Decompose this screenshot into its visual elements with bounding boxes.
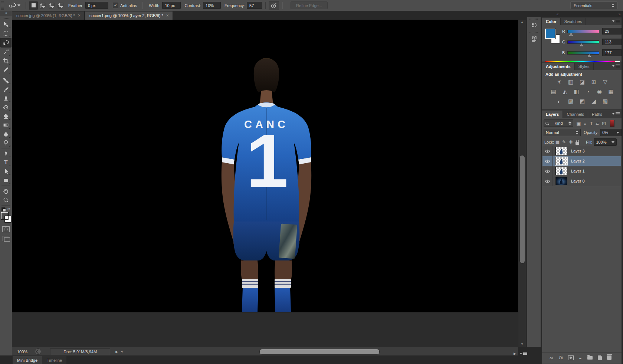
layer-thumbnail[interactable] <box>555 147 567 155</box>
refine-edge-button[interactable]: Refine Edge... <box>291 1 328 9</box>
layer-thumbnail[interactable] <box>555 177 567 185</box>
threshold-icon[interactable]: ◩ <box>578 98 586 105</box>
panel-expand-icon[interactable]: ▶ <box>514 352 516 355</box>
visibility-toggle[interactable] <box>542 176 553 186</box>
filter-shape-layers-icon[interactable]: ▱ <box>594 120 601 127</box>
color-balance-icon[interactable]: ◭ <box>561 88 569 95</box>
levels-icon[interactable]: ▥ <box>567 79 575 85</box>
red-slider-thumb[interactable] <box>569 33 573 36</box>
dodge-tool[interactable] <box>1 138 11 147</box>
zoom-tool[interactable] <box>1 196 11 204</box>
rectangle-shape-tool[interactable] <box>1 176 11 185</box>
blend-mode-select[interactable]: Normal <box>544 129 581 136</box>
document-tab-soccer-jpg[interactable]: soccer.jpg @ 200% (1, RGB/8) * × <box>12 12 85 20</box>
brush-tool[interactable] <box>1 85 11 94</box>
tab-adjustments[interactable]: Adjustments <box>542 63 575 70</box>
rectangular-marquee-tool[interactable] <box>1 29 11 38</box>
expand-panels-icon[interactable]: » <box>618 12 620 16</box>
foreground-color-swatch[interactable] <box>545 29 555 39</box>
photo-filter-icon[interactable]: ◔ <box>584 88 592 95</box>
red-channel-slider[interactable] <box>567 30 599 33</box>
panel-menu-icon[interactable] <box>520 352 527 355</box>
color-lookup-icon[interactable]: ▦ <box>607 88 615 95</box>
green-slider-thumb[interactable] <box>580 43 583 46</box>
intersect-selection-button[interactable] <box>56 1 65 10</box>
pen-tool[interactable] <box>1 149 11 158</box>
layer-thumbnail[interactable] <box>555 167 567 175</box>
lock-transparency-icon[interactable]: ▦ <box>554 139 561 145</box>
tab-channels[interactable]: Channels <box>563 111 588 118</box>
hue-saturation-icon[interactable]: ▤ <box>550 88 558 95</box>
tab-swatches[interactable]: Swatches <box>561 18 586 25</box>
blue-channel-value[interactable]: 177 <box>602 49 622 56</box>
fill-value-dropdown[interactable]: 100% <box>594 138 617 146</box>
tool-preset-picker[interactable] <box>7 1 23 10</box>
horizontal-scrollbar[interactable]: ◄ <box>120 347 518 356</box>
lock-position-icon[interactable]: ✚ <box>567 139 574 145</box>
curves-icon[interactable]: ◪ <box>578 79 586 85</box>
layer-filter-kind-select[interactable]: Kind <box>544 119 573 127</box>
color-panel-menu-icon[interactable] <box>612 20 620 23</box>
contrast-input[interactable]: 10% <box>203 2 221 9</box>
black-white-icon[interactable]: ◧ <box>573 88 581 95</box>
red-channel-value[interactable]: 29 <box>602 28 622 35</box>
filter-pixel-layers-icon[interactable]: ▣ <box>576 120 582 127</box>
quick-mask-button[interactable] <box>2 226 10 232</box>
opacity-value-dropdown[interactable]: 0% <box>600 129 622 136</box>
channel-mixer-icon[interactable]: ◉ <box>596 88 604 95</box>
tab-timeline[interactable]: Timeline <box>42 356 66 364</box>
exposure-icon[interactable]: ⊞ <box>590 79 598 85</box>
layer-filter-toggle[interactable] <box>610 120 614 127</box>
blue-channel-slider[interactable] <box>567 51 599 55</box>
new-layer-icon[interactable] <box>595 355 604 360</box>
clone-stamp-tool[interactable] <box>1 94 11 103</box>
history-brush-tool[interactable] <box>1 103 11 112</box>
visibility-toggle[interactable] <box>542 146 553 156</box>
layer-thumbnail[interactable] <box>555 157 567 165</box>
history-panel-icon[interactable] <box>529 21 539 30</box>
new-adjustment-layer-icon[interactable]: ◒ <box>576 355 585 361</box>
new-group-icon[interactable] <box>585 356 595 360</box>
adjustments-panel-menu-icon[interactable] <box>612 65 620 68</box>
collapse-panels-icon[interactable]: « <box>557 12 558 16</box>
vertical-scrollbar-thumb[interactable] <box>519 155 525 263</box>
vibrance-icon[interactable]: ▽ <box>601 79 609 85</box>
pasteboard[interactable] <box>12 312 518 347</box>
horizontal-scrollbar-thumb[interactable] <box>259 349 380 355</box>
layer-style-fx-icon[interactable]: fx <box>556 355 566 360</box>
lock-all-icon[interactable] <box>574 139 581 145</box>
visibility-toggle[interactable] <box>542 156 553 166</box>
scroll-down-icon[interactable]: ▼ <box>518 342 526 347</box>
feather-input[interactable]: 0 px <box>85 2 108 9</box>
layer-row-layer1[interactable]: Layer 1 <box>542 166 621 176</box>
crop-tool[interactable] <box>1 56 11 65</box>
anti-alias-checkbox[interactable]: ✓ <box>113 3 118 8</box>
layer-row-layer0[interactable]: Layer 0 <box>542 176 621 186</box>
green-channel-value[interactable]: 113 <box>602 39 622 45</box>
tab-mini-bridge[interactable]: Mini Bridge <box>13 356 42 364</box>
scroll-up-icon[interactable]: ▲ <box>518 20 526 25</box>
document-size-info[interactable]: Doc: 5,91M/8,94M <box>50 348 110 355</box>
tab-color[interactable]: Color <box>542 18 561 25</box>
add-layer-mask-icon[interactable] <box>566 355 576 360</box>
pen-pressure-button[interactable] <box>269 1 279 10</box>
link-layers-icon[interactable]: ∞ <box>547 355 556 361</box>
default-colors-icon[interactable] <box>1 207 5 211</box>
swap-colors-icon[interactable]: ⇄ <box>7 207 10 211</box>
move-tool[interactable] <box>1 20 11 29</box>
gradient-tool[interactable] <box>1 121 11 129</box>
properties-panel-icon[interactable] <box>529 34 539 44</box>
canvas[interactable]: CANC 1 <box>12 20 518 312</box>
status-icon[interactable] <box>35 348 41 355</box>
subtract-from-selection-button[interactable] <box>47 1 56 10</box>
layer-row-layer3[interactable]: Layer 3 <box>542 146 621 156</box>
add-to-selection-button[interactable] <box>38 1 47 10</box>
filter-adjustment-layers-icon[interactable]: ◒ <box>582 120 588 127</box>
path-selection-tool[interactable] <box>1 167 11 176</box>
posterize-icon[interactable]: ▨ <box>567 98 575 105</box>
tab-paths[interactable]: Paths <box>588 111 606 118</box>
width-input[interactable]: 10 px <box>162 2 181 9</box>
selective-color-icon[interactable]: ▧ <box>601 98 609 105</box>
zoom-level-field[interactable]: 100% <box>17 350 27 354</box>
frequency-input[interactable]: 57 <box>247 2 262 9</box>
